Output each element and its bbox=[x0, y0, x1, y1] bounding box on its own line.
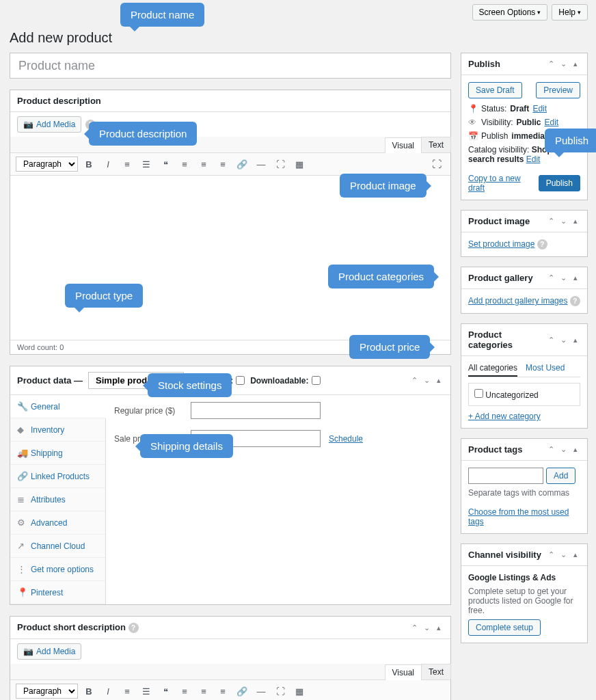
fullscreen-icon[interactable]: ⛶ bbox=[272, 683, 288, 699]
chevron-up-icon[interactable]: ⌃ bbox=[409, 623, 419, 632]
triangle-icon[interactable]: ▴ bbox=[571, 59, 580, 69]
number-list-icon[interactable]: ☰ bbox=[138, 683, 154, 699]
bullet-list-icon[interactable]: ≡ bbox=[119, 156, 135, 172]
help-icon[interactable]: ? bbox=[189, 375, 200, 386]
regular-price-input[interactable] bbox=[191, 402, 321, 419]
add-media-button[interactable]: 📷Add Media bbox=[17, 116, 81, 133]
triangle-icon[interactable]: ▴ bbox=[571, 273, 580, 283]
chevron-up-icon[interactable]: ⌃ bbox=[546, 445, 556, 455]
add-tag-button[interactable]: Add bbox=[546, 468, 575, 484]
triangle-icon[interactable]: ▴ bbox=[571, 217, 580, 226]
chevron-up-icon[interactable]: ⌃ bbox=[546, 550, 556, 560]
product-type-select[interactable]: Simple product bbox=[88, 372, 184, 389]
triangle-icon[interactable]: ▴ bbox=[571, 445, 580, 455]
tab-advanced[interactable]: ⚙Advanced bbox=[10, 511, 105, 535]
chevron-down-icon[interactable]: ⌄ bbox=[558, 335, 568, 345]
visual-tab[interactable]: Visual bbox=[385, 664, 422, 680]
editor-content-area[interactable] bbox=[10, 176, 450, 340]
triangle-icon[interactable]: ▴ bbox=[571, 335, 580, 345]
chevron-down-icon[interactable]: ⌄ bbox=[558, 445, 568, 455]
chevron-down-icon[interactable]: ⌄ bbox=[558, 550, 568, 560]
align-center-icon[interactable]: ≡ bbox=[195, 156, 212, 172]
tab-shipping[interactable]: 🚚Shipping bbox=[10, 442, 105, 465]
more-icon[interactable]: — bbox=[253, 683, 269, 699]
all-categories-tab[interactable]: All categories bbox=[468, 363, 517, 377]
tag-input[interactable] bbox=[468, 468, 543, 484]
quote-icon[interactable]: ❝ bbox=[157, 683, 174, 699]
quote-icon[interactable]: ❝ bbox=[157, 156, 174, 172]
bullet-list-icon[interactable]: ≡ bbox=[119, 683, 135, 699]
add-media-button[interactable]: 📷Add Media bbox=[17, 643, 81, 660]
toolbar-toggle-icon[interactable]: ▦ bbox=[291, 683, 308, 699]
add-category-link[interactable]: + Add new category bbox=[468, 412, 541, 421]
help-button[interactable]: Help bbox=[552, 4, 588, 21]
chevron-up-icon[interactable]: ⌃ bbox=[546, 59, 556, 69]
tab-linked-products[interactable]: 🔗Linked Products bbox=[10, 465, 105, 488]
chevron-down-icon[interactable]: ⌄ bbox=[422, 623, 431, 632]
toolbar-toggle-icon[interactable]: ▦ bbox=[291, 156, 308, 172]
help-icon[interactable]: ? bbox=[85, 120, 96, 130]
schedule-link[interactable]: Schedule bbox=[329, 434, 363, 444]
complete-setup-button[interactable]: Complete setup bbox=[468, 619, 541, 636]
align-left-icon[interactable]: ≡ bbox=[176, 683, 193, 699]
link-icon[interactable]: 🔗 bbox=[234, 683, 250, 699]
format-select[interactable]: Paragraph bbox=[16, 684, 78, 699]
screen-options-button[interactable]: Screen Options bbox=[472, 4, 548, 21]
triangle-icon[interactable]: ▴ bbox=[434, 376, 444, 386]
tab-pinterest[interactable]: 📍Pinterest bbox=[10, 581, 105, 604]
tab-channel-cloud[interactable]: ↗Channel Cloud bbox=[10, 535, 105, 558]
visual-tab[interactable]: Visual bbox=[385, 137, 422, 153]
chevron-up-icon[interactable]: ⌃ bbox=[409, 376, 419, 386]
tab-attributes[interactable]: ≣Attributes bbox=[10, 488, 105, 511]
align-center-icon[interactable]: ≡ bbox=[195, 683, 212, 699]
format-select[interactable]: Paragraph bbox=[16, 157, 78, 172]
more-icon[interactable]: — bbox=[253, 156, 269, 172]
italic-icon[interactable]: I bbox=[100, 683, 116, 699]
product-name-input[interactable] bbox=[10, 53, 451, 79]
virtual-checkbox[interactable]: Virtual: bbox=[205, 376, 245, 386]
bold-icon[interactable]: B bbox=[81, 156, 97, 172]
chevron-down-icon[interactable]: ⌄ bbox=[558, 273, 568, 283]
chevron-up-icon[interactable]: ⌃ bbox=[546, 217, 556, 226]
link-icon[interactable]: 🔗 bbox=[234, 156, 250, 172]
italic-icon[interactable]: I bbox=[100, 156, 116, 172]
text-tab[interactable]: Text bbox=[421, 664, 451, 679]
channel-visibility-panel: Channel visibility⌃⌄▴ Google Listings & … bbox=[461, 543, 588, 643]
chevron-down-icon[interactable]: ⌄ bbox=[558, 217, 568, 226]
most-used-tab[interactable]: Most Used bbox=[526, 363, 565, 377]
expand-icon[interactable]: ⛶ bbox=[429, 156, 445, 172]
chevron-up-icon[interactable]: ⌃ bbox=[546, 335, 556, 345]
downloadable-checkbox[interactable]: Downloadable: bbox=[250, 376, 320, 386]
edit-status-link[interactable]: Edit bbox=[532, 104, 547, 113]
fullscreen-icon[interactable]: ⛶ bbox=[272, 156, 288, 172]
align-right-icon[interactable]: ≡ bbox=[215, 683, 231, 699]
copy-draft-link[interactable]: Copy to a new draft bbox=[468, 174, 532, 193]
uncategorized-checkbox[interactable]: Uncategorized bbox=[474, 390, 539, 400]
tab-get-more[interactable]: ⋮Get more options bbox=[10, 558, 105, 581]
align-right-icon[interactable]: ≡ bbox=[215, 156, 231, 172]
chevron-up-icon[interactable]: ⌃ bbox=[546, 273, 556, 283]
tab-inventory[interactable]: ◆Inventory bbox=[10, 418, 105, 442]
text-tab[interactable]: Text bbox=[421, 137, 451, 152]
triangle-icon[interactable]: ▴ bbox=[434, 623, 444, 632]
publish-button[interactable]: Publish bbox=[539, 175, 580, 191]
chevron-down-icon[interactable]: ⌄ bbox=[558, 59, 568, 69]
sale-price-input[interactable] bbox=[191, 430, 321, 447]
choose-tags-link[interactable]: Choose from the most used tags bbox=[468, 507, 569, 526]
edit-catalog-link[interactable]: Edit bbox=[526, 154, 541, 164]
edit-publish-link[interactable]: Edit bbox=[563, 131, 577, 141]
save-draft-button[interactable]: Save Draft bbox=[468, 82, 522, 98]
help-icon[interactable]: ? bbox=[128, 623, 139, 633]
edit-visibility-link[interactable]: Edit bbox=[544, 118, 558, 127]
number-list-icon[interactable]: ☰ bbox=[138, 156, 154, 172]
help-icon[interactable]: ? bbox=[537, 239, 547, 250]
bold-icon[interactable]: B bbox=[81, 683, 97, 699]
chevron-down-icon[interactable]: ⌄ bbox=[422, 376, 431, 386]
add-gallery-link[interactable]: Add product gallery images bbox=[468, 296, 567, 306]
preview-button[interactable]: Preview bbox=[536, 82, 580, 98]
align-left-icon[interactable]: ≡ bbox=[176, 156, 193, 172]
help-icon[interactable]: ? bbox=[570, 296, 580, 306]
set-product-image-link[interactable]: Set product image bbox=[468, 239, 534, 249]
triangle-icon[interactable]: ▴ bbox=[571, 550, 580, 560]
tab-general[interactable]: 🔧General bbox=[10, 395, 106, 418]
